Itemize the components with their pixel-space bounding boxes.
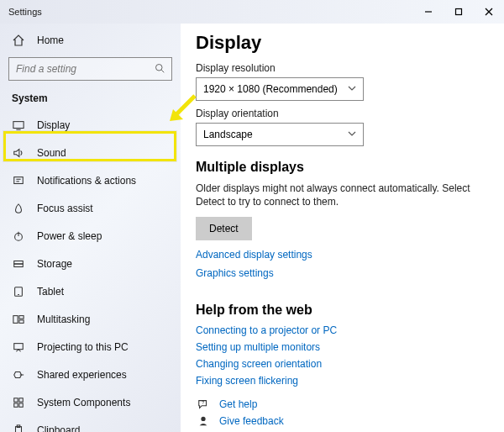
projecting-icon [12,341,25,353]
sidebar-item-notifications[interactable]: Notifications & actions [0,166,181,194]
svg-rect-19 [19,319,24,323]
feedback-label: Give feedback [219,415,284,427]
storage-icon [12,258,25,270]
help-link-projector[interactable]: Connecting to a projector or PC [196,324,491,336]
orientation-label: Display orientation [196,108,491,119]
sidebar-item-focus-assist[interactable]: Focus assist [0,194,181,222]
sidebar-item-label: Storage [37,258,72,270]
sidebar-item-label: System Components [37,397,130,408]
help-heading: Help from the web [196,303,491,318]
sidebar-item-power-sleep[interactable]: Power & sleep [0,222,181,250]
sound-icon [12,147,25,159]
feedback-row[interactable]: Give feedback [196,415,491,427]
sidebar-home-label: Home [37,34,64,46]
feedback-icon [196,415,211,427]
svg-rect-20 [14,343,24,349]
display-icon [12,119,25,131]
chevron-down-icon [348,83,356,95]
search-input-wrap[interactable] [8,57,172,81]
sidebar-item-system-components[interactable]: System Components [0,388,181,416]
power-icon [12,230,25,242]
get-help-label: Get help [219,398,257,410]
window-controls [413,0,504,24]
svg-rect-8 [14,176,24,183]
sidebar-item-label: Display [37,119,70,131]
search-icon [155,63,165,76]
window-title: Settings [8,7,42,17]
sidebar-item-label: Shared experiences [37,369,127,381]
sidebar-item-clipboard[interactable]: Clipboard [0,416,181,432]
clipboard-icon [12,424,25,433]
sidebar-item-storage[interactable]: Storage [0,250,181,277]
resolution-select[interactable]: 1920 × 1080 (Recommended) [196,77,364,101]
svg-rect-22 [14,398,18,401]
sidebar-item-multitasking[interactable]: Multitasking [0,305,181,333]
sidebar-item-label: Focus assist [37,203,93,214]
sidebar-item-tablet[interactable]: Tablet [0,277,181,305]
home-icon [12,34,25,47]
resolution-value: 1920 × 1080 (Recommended) [203,83,338,95]
svg-rect-17 [13,315,18,323]
sidebar-item-label: Tablet [37,286,64,298]
svg-line-5 [161,70,164,72]
sidebar-item-shared-experiences[interactable]: Shared experiences [0,361,181,388]
sidebar-item-label: Sound [37,147,66,159]
sidebar-item-label: Clipboard [37,424,80,433]
help-link-multi-monitors[interactable]: Setting up multiple monitors [196,341,491,353]
sidebar-item-sound[interactable]: Sound [0,139,181,166]
svg-rect-6 [13,121,24,128]
titlebar: Settings [0,0,504,24]
multiple-displays-text: Older displays might not always connect … [196,182,481,208]
get-help-icon: ? [196,398,211,410]
graphics-settings-link[interactable]: Graphics settings [196,267,491,279]
maximize-button[interactable] [444,0,474,24]
sidebar-item-label: Projecting to this PC [37,341,129,353]
sidebar-item-projecting[interactable]: Projecting to this PC [0,333,181,361]
svg-rect-18 [19,315,24,319]
multiple-displays-heading: Multiple displays [196,160,491,175]
chevron-down-icon [348,129,356,140]
sidebar-item-label: Power & sleep [37,230,102,242]
sidebar-item-display[interactable]: Display [0,111,181,139]
sidebar-item-label: Notifications & actions [37,175,136,187]
settings-window: Settings Home System Display [0,0,504,432]
tablet-icon [12,286,25,298]
sidebar-home[interactable]: Home [0,27,181,54]
minimize-button[interactable] [413,0,444,24]
svg-rect-25 [19,403,23,406]
svg-rect-14 [14,264,24,267]
svg-rect-23 [19,398,23,401]
svg-point-4 [156,64,163,71]
sidebar-item-label: Multitasking [37,313,90,325]
search-input[interactable] [16,63,155,75]
resolution-label: Display resolution [196,62,491,74]
help-link-flickering[interactable]: Fixing screen flickering [196,375,491,387]
orientation-select[interactable]: Landscape [196,123,364,146]
notifications-icon [12,175,25,187]
close-button[interactable] [474,0,504,24]
sidebar-group-system: System [0,87,181,111]
sidebar: Home System Display Sound Notifications … [0,24,181,432]
help-link-orientation[interactable]: Changing screen orientation [196,358,491,370]
advanced-display-link[interactable]: Advanced display settings [196,249,491,261]
get-help-row[interactable]: ? Get help [196,398,491,410]
page-title: Display [196,32,491,54]
detect-button[interactable]: Detect [196,217,252,240]
shared-experiences-icon [12,369,25,381]
orientation-value: Landscape [203,129,253,140]
components-icon [12,397,25,408]
svg-point-29 [201,417,205,421]
svg-rect-24 [14,403,18,406]
svg-rect-1 [456,9,462,15]
focus-assist-icon [12,203,25,214]
main-pane: Display Display resolution 1920 × 1080 (… [181,24,504,432]
svg-text:?: ? [202,400,204,405]
multitasking-icon [12,313,25,325]
